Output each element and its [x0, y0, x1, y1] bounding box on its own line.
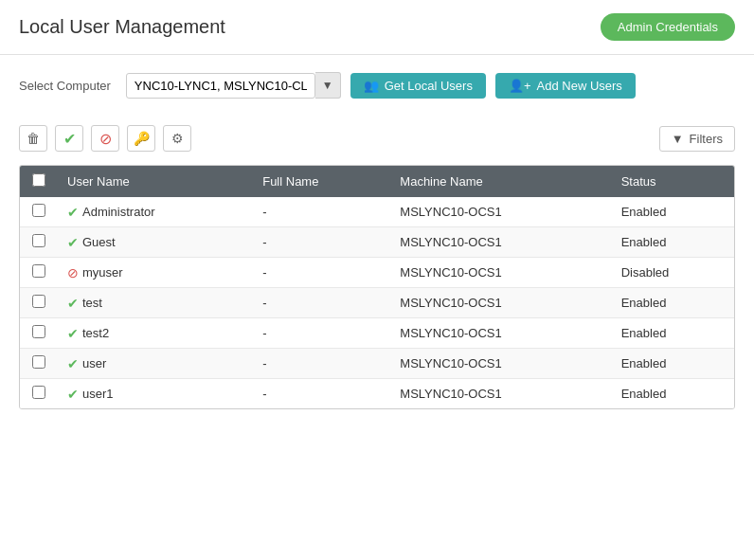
filters-label: Filters [690, 132, 723, 146]
table-row: ✔ Administrator - MSLYNC10-OCS1 Enabled [20, 197, 734, 227]
row-fullname: - [253, 349, 390, 379]
row-machine: MSLYNC10-OCS1 [390, 288, 611, 318]
row-checkbox[interactable] [32, 325, 45, 338]
row-fullname: - [253, 197, 390, 227]
enabled-icon: ✔ [67, 387, 79, 402]
table-header-row: User Name Full Name Machine Name Status [20, 166, 734, 197]
enabled-icon: ✔ [67, 326, 79, 341]
row-checkbox-cell [20, 197, 58, 227]
row-machine: MSLYNC10-OCS1 [390, 258, 611, 288]
row-machine: MSLYNC10-OCS1 [390, 197, 611, 227]
table-row: ⊘ myuser - MSLYNC10-OCS1 Disabled [20, 258, 734, 288]
row-checkbox[interactable] [32, 204, 45, 217]
row-machine: MSLYNC10-OCS1 [390, 318, 611, 349]
table-row: ✔ test2 - MSLYNC10-OCS1 Enabled [20, 318, 734, 349]
select-computer-wrapper: ▼ [126, 72, 341, 99]
row-username: ✔ test2 [58, 318, 253, 349]
row-machine: MSLYNC10-OCS1 [390, 227, 611, 258]
person-icon: 👥 [364, 79, 379, 93]
admin-credentials-button[interactable]: Admin Credentials [601, 13, 735, 41]
filters-button[interactable]: ▼ Filters [659, 126, 735, 152]
row-username: ⊘ myuser [58, 258, 253, 288]
row-username: ✔ user [58, 349, 253, 379]
row-status: Disabled [612, 258, 734, 288]
enabled-icon: ✔ [67, 205, 79, 220]
row-username: ✔ test [58, 288, 253, 318]
disable-button[interactable]: ⊘ [91, 125, 119, 152]
col-machine: Machine Name [390, 166, 611, 197]
row-fullname: - [253, 318, 390, 349]
row-checkbox[interactable] [32, 386, 45, 399]
key-button[interactable]: 🔑 [127, 125, 155, 152]
users-table-container: User Name Full Name Machine Name Status … [19, 165, 735, 409]
table-row: ✔ user - MSLYNC10-OCS1 Enabled [20, 349, 734, 379]
row-status: Enabled [612, 379, 734, 409]
row-username: ✔ Guest [58, 227, 253, 258]
users-table: User Name Full Name Machine Name Status … [20, 166, 734, 408]
row-status: Enabled [612, 227, 734, 258]
row-fullname: - [253, 379, 390, 409]
action-icons-group: 🗑 ✔ ⊘ 🔑 ⚙ [19, 125, 191, 152]
gear-button[interactable]: ⚙ [163, 125, 191, 152]
row-fullname: - [253, 258, 390, 288]
row-checkbox[interactable] [32, 264, 45, 278]
row-machine: MSLYNC10-OCS1 [390, 379, 611, 409]
enabled-icon: ✔ [67, 356, 79, 371]
row-username: ✔ user1 [58, 379, 253, 409]
filter-icon: ▼ [672, 132, 684, 146]
row-status: Enabled [612, 288, 734, 318]
row-checkbox-cell [20, 318, 58, 349]
col-username: User Name [58, 166, 253, 197]
disabled-icon: ⊘ [67, 265, 79, 280]
row-username: ✔ Administrator [58, 197, 253, 227]
row-checkbox-cell [20, 349, 58, 379]
row-checkbox-cell [20, 258, 58, 288]
row-checkbox-cell [20, 288, 58, 318]
row-checkbox-cell [20, 227, 58, 258]
add-new-users-label: Add New Users [537, 79, 622, 93]
get-local-users-label: Get Local Users [385, 79, 473, 93]
enable-button[interactable]: ✔ [55, 125, 83, 152]
row-checkbox[interactable] [32, 355, 45, 369]
select-computer-label: Select Computer [19, 79, 111, 93]
enabled-icon: ✔ [67, 235, 79, 250]
add-new-users-button[interactable]: 👤+ Add New Users [495, 73, 636, 99]
select-dropdown-button[interactable]: ▼ [315, 72, 341, 99]
page-title: Local User Management [19, 16, 225, 38]
row-checkbox[interactable] [32, 295, 45, 308]
row-status: Enabled [612, 197, 734, 227]
col-fullname: Full Name [253, 166, 390, 197]
select-all-checkbox[interactable] [32, 173, 45, 187]
row-status: Enabled [612, 349, 734, 379]
table-row: ✔ test - MSLYNC10-OCS1 Enabled [20, 288, 734, 318]
row-checkbox[interactable] [32, 234, 45, 247]
row-fullname: - [253, 288, 390, 318]
select-computer-input[interactable] [126, 73, 315, 99]
col-status: Status [612, 166, 734, 197]
table-row: ✔ user1 - MSLYNC10-OCS1 Enabled [20, 379, 734, 409]
get-local-users-button[interactable]: 👥 Get Local Users [350, 73, 486, 99]
table-row: ✔ Guest - MSLYNC10-OCS1 Enabled [20, 227, 734, 258]
add-person-icon: 👤+ [509, 79, 531, 93]
row-fullname: - [253, 227, 390, 258]
enabled-icon: ✔ [67, 296, 79, 311]
table-body: ✔ Administrator - MSLYNC10-OCS1 Enabled … [20, 197, 734, 408]
row-machine: MSLYNC10-OCS1 [390, 349, 611, 379]
row-status: Enabled [612, 318, 734, 349]
select-all-header [20, 166, 58, 197]
delete-button[interactable]: 🗑 [19, 125, 47, 152]
row-checkbox-cell [20, 379, 58, 409]
